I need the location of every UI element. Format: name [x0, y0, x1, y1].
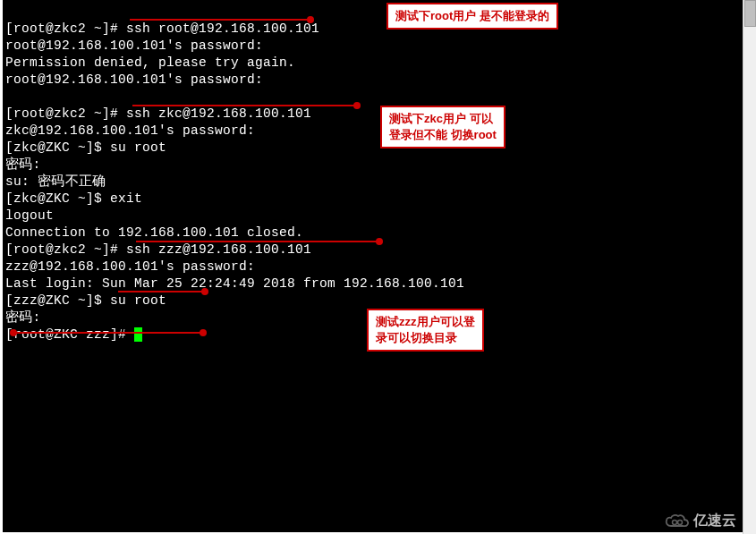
terminal-prompt: [root@ZKC zzz]#	[5, 327, 134, 342]
terminal-line: [root@zkc2 ~]# ssh zkc@192.168.100.101	[5, 106, 311, 121]
underline-indicator	[132, 105, 356, 106]
cursor-icon	[134, 327, 142, 342]
terminal-window[interactable]: [root@zkc2 ~]# ssh root@192.168.100.101 …	[3, 0, 743, 532]
watermark-logo: 亿速云	[665, 512, 736, 530]
svg-point-0	[673, 520, 677, 524]
terminal-line: Connection to 192.168.100.101 closed.	[5, 225, 303, 240]
annotation-text: 登录但不能 切换root	[389, 128, 497, 141]
terminal-line: [zkc@ZKC ~]$ exit	[5, 191, 142, 206]
terminal-line: logout	[5, 208, 54, 223]
annotation-root-login: 测试下root用户 是不能登录的	[386, 3, 558, 30]
underline-indicator	[130, 19, 309, 21]
terminal-line: zkc@192.168.100.101's password:	[5, 123, 255, 138]
annotation-text: 测试zzz用户可以登	[376, 315, 475, 328]
watermark-text: 亿速云	[693, 512, 736, 530]
dot-icon	[307, 16, 314, 23]
underline-indicator	[13, 332, 201, 334]
dot-icon	[200, 329, 207, 336]
scrollbar-thumb[interactable]	[744, 0, 756, 27]
annotation-zzz-login: 测试zzz用户可以登 录可以切换目录	[367, 309, 484, 352]
annotation-text: 测试下root用户 是不能登录的	[395, 9, 549, 22]
terminal-line: [root@zkc2 ~]# ssh zzz@192.168.100.101	[5, 242, 311, 257]
terminal-line: root@192.168.100.101's password:	[5, 72, 263, 87]
annotation-zkc-login: 测试下zkc用户 可以 登录但不能 切换root	[380, 106, 505, 148]
dot-icon	[353, 102, 361, 109]
cloud-icon	[665, 513, 690, 530]
dot-icon	[201, 288, 208, 295]
terminal-line: zzz@192.168.100.101's password:	[5, 259, 255, 274]
terminal-line: root@192.168.100.101's password:	[5, 38, 263, 53]
terminal-line: 密码:	[5, 310, 41, 325]
dot-icon	[376, 238, 383, 245]
annotation-text: 录可以切换目录	[376, 331, 457, 344]
terminal-line: 密码:	[5, 157, 41, 172]
terminal-line: [zkc@ZKC ~]$ su root	[5, 140, 166, 155]
terminal-line: [root@zkc2 ~]# ssh root@192.168.100.101	[5, 21, 319, 36]
underline-indicator	[136, 241, 378, 242]
dot-icon	[10, 329, 17, 336]
underline-indicator	[118, 291, 203, 292]
annotation-text: 测试下zkc用户 可以	[389, 112, 493, 125]
terminal-line: Last login: Sun Mar 25 22:24:49 2018 fro…	[5, 276, 464, 291]
vertical-scrollbar[interactable]	[743, 0, 756, 534]
svg-point-1	[678, 520, 683, 524]
terminal-line: Permission denied, please try again.	[5, 55, 295, 70]
terminal-line: su: 密码不正确	[5, 174, 106, 189]
terminal-line: [zzz@ZKC ~]$ su root	[5, 293, 166, 308]
